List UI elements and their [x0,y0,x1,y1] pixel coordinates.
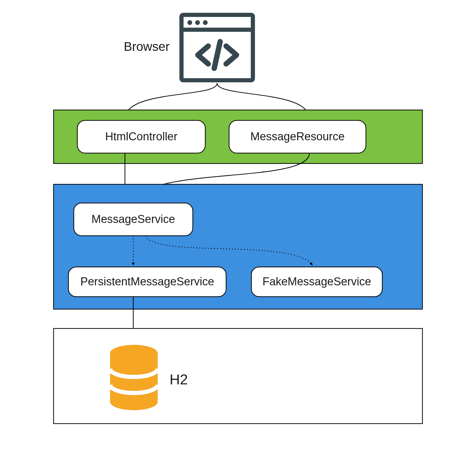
svg-point-4 [203,20,208,25]
db-layer [54,328,422,424]
svg-text:FakeMessageService: FakeMessageService [262,275,371,288]
svg-point-16 [110,345,158,361]
browser-label: Browser [124,40,170,54]
svg-point-2 [187,20,192,25]
svg-text:PersistentMessageService: PersistentMessageService [80,275,214,288]
architecture-diagram: Browser HtmlController MessageResource [0,0,476,467]
db-label: H2 [170,372,188,387]
svg-text:HtmlController: HtmlController [105,130,178,143]
persistent-message-service-box: PersistentMessageService [68,267,226,297]
svg-text:MessageResource: MessageResource [250,130,345,143]
browser-window-icon [181,15,253,80]
message-resource-box: MessageResource [229,120,366,153]
fake-message-service-box: FakeMessageService [251,267,382,297]
svg-line-5 [214,42,220,68]
database-icon [110,345,158,410]
message-service-box: MessageService [74,203,193,236]
svg-point-3 [195,20,200,25]
html-controller-box: HtmlController [77,120,205,153]
svg-text:MessageService: MessageService [92,213,175,225]
code-icon [198,42,237,68]
